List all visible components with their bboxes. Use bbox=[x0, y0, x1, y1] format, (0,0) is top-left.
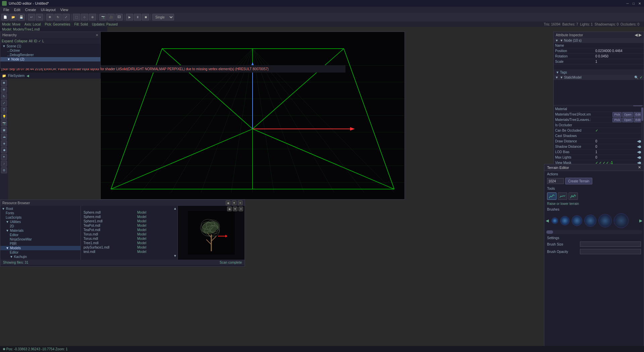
id-btn[interactable]: ID ✓ bbox=[34, 39, 41, 43]
maximize-button[interactable]: □ bbox=[631, 1, 636, 6]
expand-btn[interactable]: Expand bbox=[2, 39, 13, 43]
rb-file-sphere1b[interactable]: Sphere1.mdl Model bbox=[81, 219, 177, 223]
toolbar-new-btn[interactable]: 📄 bbox=[1, 14, 9, 20]
toolbar-cam1-btn[interactable]: 📷 bbox=[99, 14, 107, 20]
tool-light-btn[interactable]: 💡 bbox=[1, 114, 7, 120]
viewport[interactable] bbox=[100, 32, 405, 200]
create-terrain-btn[interactable]: Create Terrain bbox=[565, 178, 592, 184]
filesystem-expand-btn[interactable]: ◀ bbox=[26, 74, 29, 78]
te-size-input[interactable] bbox=[547, 178, 564, 184]
brush-1[interactable] bbox=[551, 217, 558, 224]
rb-file-teapot2[interactable]: TeaPot.mdl Model bbox=[81, 228, 177, 232]
rb-file-sphere2[interactable]: Sphere.mdl Model bbox=[81, 215, 177, 219]
rb-utilities[interactable]: ▼ Utilities bbox=[0, 220, 80, 224]
rb-pbr[interactable]: PBR bbox=[0, 241, 80, 246]
toolbar-open-btn[interactable]: 📂 bbox=[9, 14, 17, 20]
rb-preview-close-btn[interactable]: ✕ bbox=[238, 207, 243, 211]
toolbar-move-btn[interactable]: ✥ bbox=[46, 14, 54, 20]
l-btn[interactable]: L bbox=[42, 39, 44, 43]
rb-materials[interactable]: ▼ Materials bbox=[0, 228, 80, 233]
minimize-button[interactable]: ─ bbox=[625, 1, 630, 6]
rb-file-scroll-arrow-down[interactable]: ▼ bbox=[81, 254, 177, 258]
toolbar-cam2-btn[interactable]: 🎥 bbox=[107, 14, 115, 20]
toolbar-cam3-btn[interactable]: 🎞 bbox=[115, 14, 123, 20]
toolbar-move2-btn[interactable]: ⊹ bbox=[81, 14, 88, 20]
rb-file-sphere1[interactable]: Sphere.mdl Model bbox=[81, 210, 177, 215]
tool-rotate-btn[interactable]: ↻ bbox=[1, 93, 7, 99]
rb-root[interactable]: ▼ Root bbox=[0, 207, 80, 211]
tool-move-btn[interactable]: ✥ bbox=[1, 87, 7, 93]
sm-check-icon[interactable]: ✓ bbox=[640, 76, 642, 79]
sm-mat2-open-btn[interactable]: Open bbox=[622, 118, 633, 122]
rb-ctrl-1[interactable]: ◉ bbox=[226, 201, 230, 205]
sm-mat1-open-btn[interactable]: Open bbox=[622, 112, 633, 117]
sm-mat1-pick-btn[interactable]: Pick bbox=[612, 112, 622, 117]
brush-6[interactable] bbox=[614, 213, 629, 228]
rb-models-editor[interactable]: Editor bbox=[0, 250, 80, 255]
menu-edit[interactable]: Edit bbox=[12, 7, 22, 13]
toolbar-play-btn[interactable]: ▶ bbox=[126, 14, 133, 20]
static-model-header[interactable]: ▼ ▼ StaticModel 🔍 ✓ bbox=[554, 75, 644, 80]
rb-file-tree1[interactable]: Tree1.mdl Model bbox=[81, 241, 177, 245]
tool-camera-btn[interactable]: 📷 bbox=[1, 120, 7, 126]
te-brush-size-input[interactable] bbox=[580, 241, 641, 247]
tool-nav-btn[interactable]: ◈ bbox=[1, 140, 7, 146]
brush-3[interactable] bbox=[572, 215, 582, 226]
brush-5[interactable] bbox=[598, 214, 612, 227]
menu-create[interactable]: Create bbox=[23, 7, 38, 13]
te-brush-opacity-input[interactable] bbox=[580, 249, 641, 254]
tool-T-btn[interactable]: T bbox=[1, 107, 7, 113]
menu-view[interactable]: View bbox=[58, 7, 70, 13]
rb-close-btn[interactable]: ✕ bbox=[238, 201, 243, 205]
menu-uilayout[interactable]: UI-layout bbox=[39, 7, 58, 13]
tool-scale-btn[interactable]: ⤢ bbox=[1, 100, 7, 106]
mode-dropdown[interactable]: Single Multiple bbox=[152, 14, 174, 20]
terrain-editor-close-btn[interactable]: ✕ bbox=[638, 165, 641, 170]
toolbar-scale-btn[interactable]: ⤢ bbox=[62, 14, 70, 20]
toolbar-undo-btn[interactable]: ↩ bbox=[28, 14, 35, 20]
te-tool-raise-btn[interactable] bbox=[547, 192, 556, 200]
rb-mat-editor[interactable]: Editor bbox=[0, 233, 80, 237]
rb-file-teapot1[interactable]: TeaPot.mdl Model bbox=[81, 223, 177, 228]
attr-inspector-arrows[interactable]: ◀ ▶ bbox=[635, 33, 642, 37]
node-section-header[interactable]: ▼ ▼ Node (10 s) bbox=[554, 38, 644, 43]
toolbar-redo-btn[interactable]: ↪ bbox=[36, 14, 43, 20]
rb-kachujin-mat[interactable]: Materials bbox=[0, 259, 80, 260]
rb-ninja[interactable]: NinjaSnowWar bbox=[0, 237, 80, 241]
te-tool-paint-btn[interactable] bbox=[569, 192, 578, 200]
toolbar-snap-btn[interactable]: ⊕ bbox=[89, 14, 96, 20]
tree-debugrenderer[interactable]: ...DebugRenderer bbox=[0, 53, 100, 57]
sm-search-icon[interactable]: 🔍 bbox=[634, 76, 638, 79]
rb-2d[interactable]: 2D bbox=[0, 224, 80, 228]
brushes-right-arrow[interactable]: ▶ bbox=[639, 218, 642, 223]
rb-preview-filter-btn[interactable]: ▼ bbox=[233, 207, 237, 211]
tool-zone-btn[interactable]: ▣ bbox=[1, 127, 7, 133]
rb-luascripts[interactable]: LuaScripts bbox=[0, 215, 80, 220]
rb-file-torus2[interactable]: Torus.mdl Model bbox=[81, 236, 177, 241]
brush-2[interactable] bbox=[560, 216, 570, 225]
rb-file-polysurface[interactable]: polySurface1.mdl Model bbox=[81, 245, 177, 250]
hierarchy-close-btn[interactable]: ✕ bbox=[96, 33, 98, 37]
tool-component-btn[interactable]: ⚙ bbox=[1, 167, 7, 173]
toolbar-pause-btn[interactable]: ⏸ bbox=[134, 14, 141, 20]
tool-particle-btn[interactable]: ✦ bbox=[1, 154, 7, 160]
tool-sound-btn[interactable]: ♪ bbox=[1, 161, 7, 167]
sm-mat2-pick-btn[interactable]: Pick bbox=[612, 118, 622, 122]
rb-file-test[interactable]: test.mdl Model bbox=[81, 250, 177, 254]
brush-4[interactable] bbox=[584, 215, 596, 227]
rb-fonts[interactable]: Fonts bbox=[0, 211, 80, 215]
menu-file[interactable]: File bbox=[1, 7, 11, 13]
collapse-btn[interactable]: Collapse bbox=[14, 39, 28, 43]
tree-node[interactable]: ▼ Node (2) bbox=[0, 57, 100, 61]
toolbar-save-btn[interactable]: 💾 bbox=[17, 14, 25, 20]
brushes-left-arrow[interactable]: ◀ bbox=[546, 218, 549, 223]
rb-models[interactable]: ▼ Models bbox=[0, 246, 80, 250]
all-btn[interactable]: All bbox=[29, 39, 33, 43]
tool-select-btn[interactable]: ✱ bbox=[1, 80, 7, 86]
toolbar-select-btn[interactable]: ⬚ bbox=[73, 14, 80, 20]
rb-file-scroll-arrow-up[interactable]: ▲ bbox=[81, 207, 177, 210]
toolbar-stop-btn[interactable]: ⏹ bbox=[142, 14, 149, 20]
rb-kachujin[interactable]: ▼ Kachujin bbox=[0, 255, 80, 259]
tool-anim-btn[interactable]: ⏺ bbox=[1, 147, 7, 153]
tree-octree[interactable]: ...Octree bbox=[0, 48, 100, 53]
